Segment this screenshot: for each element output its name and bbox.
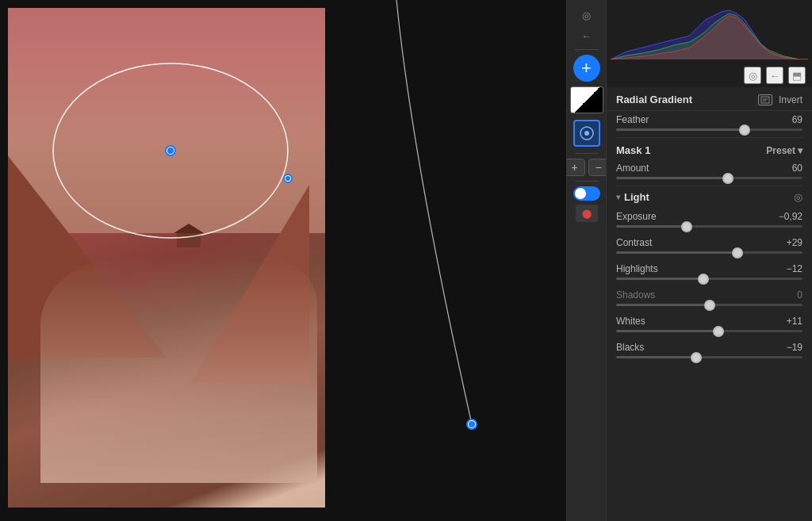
minus-icon: − bbox=[595, 161, 601, 174]
svg-point-4 bbox=[285, 176, 290, 181]
radial-gradient-icon bbox=[579, 125, 595, 141]
shadows-value: 0 bbox=[797, 289, 802, 301]
toggle-camera-row: ⬤ bbox=[573, 186, 600, 222]
highlights-label-row: Highlights −12 bbox=[616, 263, 802, 274]
add-sub-row: + − bbox=[565, 159, 609, 176]
edit-icon[interactable] bbox=[758, 94, 772, 105]
blacks-fill bbox=[616, 356, 696, 358]
radial-gradient-title: Radial Gradient bbox=[616, 94, 692, 105]
feather-label: Feather bbox=[616, 114, 649, 125]
mask-thumbnail[interactable] bbox=[570, 86, 603, 113]
camera-button[interactable]: ⬤ bbox=[576, 205, 598, 222]
highlights-slider-row: Highlights −12 bbox=[607, 260, 812, 286]
invert-button[interactable]: Invert bbox=[779, 94, 802, 105]
amount-label: Amount bbox=[616, 163, 649, 174]
panel-eye-icon: ◎ bbox=[749, 70, 757, 82]
panel-back-icon: ← bbox=[770, 70, 780, 82]
whites-fill bbox=[616, 330, 718, 332]
plus-icon2: + bbox=[571, 161, 577, 174]
contrast-slider[interactable] bbox=[616, 251, 802, 254]
whites-slider[interactable] bbox=[616, 330, 802, 332]
shadows-fill bbox=[616, 304, 710, 306]
whites-thumb[interactable] bbox=[713, 326, 724, 337]
add-mask-button[interactable]: + bbox=[573, 55, 600, 82]
divider3 bbox=[575, 181, 599, 182]
contrast-value: +29 bbox=[787, 237, 802, 248]
whites-label-row: Whites +11 bbox=[616, 316, 802, 327]
feather-thumb[interactable] bbox=[739, 125, 750, 136]
tool-strip: ◎ ← + + − ⬤ bbox=[566, 0, 606, 521]
histogram-svg bbox=[611, 4, 808, 59]
back-arrow-icon: ← bbox=[581, 30, 592, 42]
exposure-fill bbox=[616, 225, 687, 228]
panel-eye-button[interactable]: ◎ bbox=[744, 67, 761, 84]
feather-slider[interactable] bbox=[616, 128, 802, 131]
feather-slider-row: Feather 69 bbox=[607, 111, 812, 137]
exposure-value: −0,92 bbox=[779, 211, 802, 222]
canvas-area bbox=[0, 0, 566, 521]
amount-slider-row: Amount 60 bbox=[607, 159, 812, 186]
shadows-thumb[interactable] bbox=[704, 300, 715, 311]
ellipse-mask[interactable] bbox=[48, 56, 293, 246]
highlights-fill bbox=[616, 278, 703, 280]
blacks-thumb[interactable] bbox=[691, 352, 702, 363]
light-eye-icon[interactable]: ◎ bbox=[794, 191, 802, 203]
contrast-thumb[interactable] bbox=[732, 247, 743, 259]
mask-section-header: Mask 1 Preset ▾ bbox=[607, 138, 812, 159]
highlights-slider[interactable] bbox=[616, 278, 802, 280]
mask-label: Mask 1 bbox=[616, 144, 650, 156]
contrast-label: Contrast bbox=[616, 237, 652, 248]
shadows-label: Shadows bbox=[616, 289, 655, 301]
camera-icon: ⬤ bbox=[582, 209, 592, 219]
add-button[interactable]: + bbox=[565, 159, 585, 176]
amount-slider[interactable] bbox=[616, 177, 802, 179]
contrast-fill bbox=[616, 251, 737, 254]
contrast-label-row: Contrast +29 bbox=[616, 237, 802, 248]
shadows-slider[interactable] bbox=[616, 304, 802, 306]
svg-point-8 bbox=[584, 131, 589, 136]
histogram-expand-button[interactable]: ⬒ bbox=[788, 67, 806, 84]
panel-back-button[interactable]: ← bbox=[766, 67, 783, 84]
right-panel: ◎ ← ⬒ Radial Gradient Invert Feather 69 bbox=[606, 0, 812, 521]
rg-actions: Invert bbox=[758, 94, 802, 105]
svg-rect-9 bbox=[761, 97, 769, 103]
overlay-toggle[interactable] bbox=[573, 186, 600, 201]
exposure-slider-row: Exposure −0,92 bbox=[607, 208, 812, 234]
light-section-header[interactable]: ▾ Light ◎ bbox=[607, 186, 812, 208]
feather-fill bbox=[616, 128, 745, 131]
highlights-value: −12 bbox=[787, 263, 802, 274]
histogram bbox=[607, 0, 812, 63]
svg-point-2 bbox=[167, 147, 174, 154]
expand-icon: ⬒ bbox=[792, 70, 802, 82]
divider2 bbox=[575, 153, 599, 154]
exposure-slider[interactable] bbox=[616, 225, 802, 228]
plus-icon: + bbox=[581, 58, 592, 79]
blacks-value: −19 bbox=[787, 342, 802, 353]
back-button[interactable]: ← bbox=[578, 27, 596, 44]
blacks-slider[interactable] bbox=[616, 356, 802, 358]
divider bbox=[575, 49, 599, 50]
preset-chevron: ▾ bbox=[798, 145, 802, 156]
amount-fill bbox=[616, 177, 728, 179]
eye-button[interactable]: ◎ bbox=[578, 6, 596, 24]
blacks-label-row: Blacks −19 bbox=[616, 342, 802, 353]
whites-value: +11 bbox=[787, 316, 802, 327]
feather-label-row: Feather 69 bbox=[616, 114, 802, 125]
exposure-thumb[interactable] bbox=[681, 221, 692, 232]
radial-gradient-header: Radial Gradient Invert bbox=[607, 87, 812, 111]
amount-value: 60 bbox=[792, 163, 802, 174]
blacks-slider-row: Blacks −19 bbox=[607, 339, 812, 365]
whites-label: Whites bbox=[616, 316, 645, 327]
highlights-thumb[interactable] bbox=[698, 274, 709, 285]
preset-button[interactable]: Preset ▾ bbox=[766, 145, 802, 156]
feather-value: 69 bbox=[792, 114, 802, 125]
amount-label-row: Amount 60 bbox=[616, 163, 802, 174]
amount-thumb[interactable] bbox=[722, 173, 733, 184]
panel-icons: ◎ ← ⬒ bbox=[607, 63, 812, 87]
eye-icon: ◎ bbox=[582, 10, 591, 21]
photo-bg bbox=[8, 8, 333, 508]
contrast-slider-row: Contrast +29 bbox=[607, 234, 812, 260]
light-title: ▾ Light bbox=[616, 191, 649, 203]
light-chevron: ▾ bbox=[616, 193, 620, 201]
radial-gradient-tool[interactable] bbox=[573, 120, 600, 147]
